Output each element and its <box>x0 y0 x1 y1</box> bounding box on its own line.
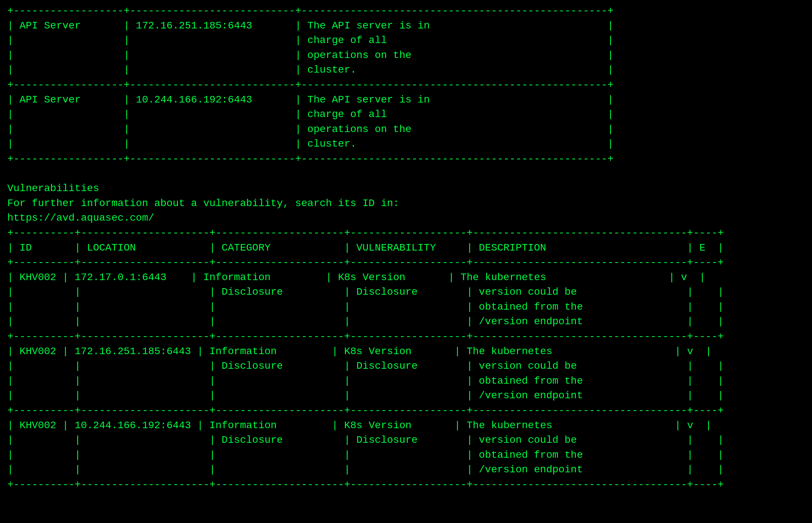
vuln-location-1: 172.17.0.1:6443 <box>75 272 167 283</box>
vuln-extra-1: v <box>681 272 687 283</box>
vuln-category-1b: Disclosure <box>222 286 283 298</box>
vuln-extra-3: v <box>687 420 693 431</box>
vuln-vuln-2b: Disclosure <box>356 360 418 372</box>
vuln-category-3b: Disclosure <box>222 434 283 446</box>
terminal-window: +------------------+--------------------… <box>0 0 812 523</box>
vuln-location-3: 10.244.166.192:6443 <box>75 420 191 431</box>
vuln-id-2: KHV002 <box>20 346 56 357</box>
vuln-vuln-3: K8s Version <box>344 420 411 431</box>
vuln-vuln-1b: Disclosure <box>356 286 418 298</box>
vuln-vuln-1: K8s Version <box>338 272 405 283</box>
vuln-category-1: Information <box>203 272 271 283</box>
vuln-desc-2: The kubernetes <box>466 346 552 357</box>
vuln-location-2: 172.16.251.185:6443 <box>75 346 191 357</box>
vuln-id-3: KHV002 <box>20 420 56 431</box>
vuln-extra-2: v <box>687 346 693 357</box>
vuln-desc-3: The kubernetes <box>466 420 552 431</box>
vuln-vuln-3b: Disclosure <box>356 434 418 446</box>
vuln-category-2: Information <box>210 346 277 357</box>
vuln-vuln-2: K8s Version <box>344 346 411 357</box>
vulnerabilities-heading: Vulnerabilities <box>7 183 99 194</box>
vuln-category-3: Information <box>210 420 277 431</box>
vuln-category-2b: Disclosure <box>222 360 283 372</box>
vuln-id-1: KHV002 <box>20 272 56 283</box>
vuln-info-line2: https://avd.aquasec.com/ <box>7 212 154 224</box>
vuln-desc-1: The kubernetes <box>461 272 546 283</box>
terminal-output: +------------------+--------------------… <box>7 4 805 492</box>
vuln-info-line1: For further information about a vulnerab… <box>7 198 399 209</box>
